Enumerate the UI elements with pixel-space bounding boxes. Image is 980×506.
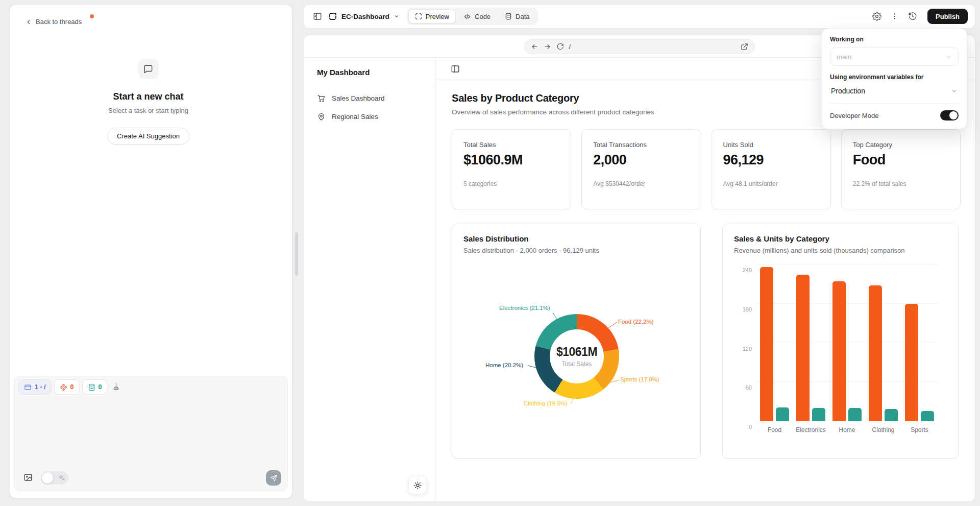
shopping-cart-icon bbox=[317, 94, 326, 103]
kebab-menu-icon bbox=[891, 12, 899, 20]
stat-label: Units Sold bbox=[723, 141, 819, 149]
bar-group-sports bbox=[901, 264, 938, 421]
bar-group-home bbox=[829, 264, 865, 421]
stat-label: Top Category bbox=[853, 141, 949, 149]
env-vars-label: Using environment variables for bbox=[830, 74, 959, 81]
bar bbox=[921, 411, 934, 421]
back-to-threads-link[interactable]: Back to threads bbox=[25, 18, 82, 26]
stats-grid: Total Sales $1060.9M 5 categories Total … bbox=[452, 129, 961, 209]
bar bbox=[848, 408, 862, 421]
chart-subtitle: Revenue (millions) and units sold (thous… bbox=[734, 247, 947, 254]
chevron-down-icon bbox=[945, 54, 952, 60]
url-path[interactable]: / bbox=[569, 43, 736, 51]
dashboard-sidebar-title: My Dashboard bbox=[317, 68, 422, 77]
y-axis-tick: 180 bbox=[743, 306, 752, 312]
stat-card-units-sold: Units Sold 96,129 Avg 48.1 units/order bbox=[712, 129, 831, 209]
developer-mode-label: Developer Mode bbox=[830, 112, 878, 119]
sidebar-item-regional-sales[interactable]: Regional Sales bbox=[317, 110, 422, 123]
stat-card-total-transactions: Total Transactions 2,000 Avg $530442/ord… bbox=[581, 129, 701, 209]
bar-plot: 060120180240 bbox=[756, 264, 938, 421]
bar bbox=[832, 281, 846, 421]
chat-input-area[interactable]: 1 - / 0 0 bbox=[14, 376, 288, 491]
x-axis-label: Electronics bbox=[793, 426, 829, 433]
pages-chip[interactable]: 1 - / bbox=[18, 379, 52, 395]
bar-chart: 060120180240 FoodElectronicsHomeClothing… bbox=[734, 264, 947, 433]
stat-card-total-sales: Total Sales $1060.9M 5 categories bbox=[452, 129, 571, 209]
history-icon bbox=[908, 12, 917, 21]
paper-plane-icon bbox=[270, 474, 278, 482]
stat-note: 5 categories bbox=[463, 180, 559, 187]
x-axis-label: Home bbox=[829, 426, 865, 433]
components-chip[interactable]: 0 bbox=[54, 379, 80, 395]
create-ai-suggestion-button[interactable]: Create AI Suggestion bbox=[107, 128, 189, 144]
environment-select[interactable]: Production bbox=[830, 85, 959, 97]
data-chip[interactable]: 0 bbox=[82, 379, 108, 395]
chevron-down-icon bbox=[394, 13, 400, 19]
chat-bubble-icon bbox=[138, 59, 159, 79]
donut-label-food: Food (22.2%) bbox=[618, 319, 654, 325]
ai-mode-toggle[interactable] bbox=[41, 471, 68, 485]
x-axis-label: Sports bbox=[901, 426, 938, 433]
stat-note: Avg 48.1 units/order bbox=[723, 180, 819, 187]
panel-left-icon bbox=[451, 64, 460, 74]
bar bbox=[905, 304, 918, 421]
theme-toggle-button[interactable] bbox=[408, 476, 427, 494]
tab-data[interactable]: Data bbox=[498, 9, 536, 23]
chat-scrollbar-thumb[interactable] bbox=[295, 232, 298, 276]
url-bar[interactable]: / bbox=[524, 39, 755, 54]
publish-button[interactable]: Publish bbox=[927, 9, 968, 24]
components-chip-count: 0 bbox=[70, 383, 74, 391]
stat-note: 22.2% of total sales bbox=[853, 180, 949, 187]
bar bbox=[796, 275, 810, 421]
pages-chip-label: 1 - / bbox=[35, 383, 46, 391]
browser-window-icon bbox=[24, 383, 32, 391]
tab-preview[interactable]: Preview bbox=[408, 9, 456, 23]
bar bbox=[776, 407, 789, 421]
collapse-sidebar-button[interactable] bbox=[311, 10, 324, 23]
more-options-button[interactable] bbox=[889, 10, 901, 22]
tab-preview-label: Preview bbox=[426, 13, 449, 20]
sidebar-item-sales-dashboard[interactable]: Sales Dashboard bbox=[317, 92, 422, 104]
bar bbox=[812, 408, 825, 421]
donut-label-electronics: Electronics (21.1%) bbox=[499, 305, 550, 311]
chart-subtitle: Sales distribution · 2,000 orders · 96,1… bbox=[463, 247, 689, 254]
developer-mode-toggle[interactable] bbox=[940, 110, 959, 121]
stat-value: Food bbox=[853, 152, 949, 168]
dashboard-sidebar: My Dashboard Sales Dashboard Regional Sa… bbox=[304, 58, 435, 501]
components-icon bbox=[60, 383, 67, 391]
attach-image-button[interactable] bbox=[21, 471, 35, 486]
settings-button[interactable] bbox=[870, 10, 884, 23]
branch-select-value: main bbox=[837, 53, 851, 61]
scan-icon bbox=[415, 13, 422, 20]
open-external-icon[interactable] bbox=[741, 43, 748, 51]
stat-value: 96,129 bbox=[723, 152, 819, 168]
stat-label: Total Transactions bbox=[593, 141, 689, 149]
branch-select[interactable]: main bbox=[830, 47, 959, 66]
chevron-down-icon bbox=[951, 88, 958, 94]
history-button[interactable] bbox=[906, 10, 919, 23]
stat-value: 2,000 bbox=[593, 152, 689, 168]
stat-value: $1060.9M bbox=[463, 152, 559, 168]
donut-center-label: Total Sales bbox=[562, 360, 592, 368]
working-on-label: Working on bbox=[830, 36, 959, 43]
tab-data-label: Data bbox=[516, 13, 529, 20]
tab-code[interactable]: Code bbox=[457, 9, 497, 23]
donut-center-value: $1061M bbox=[556, 345, 597, 359]
database-icon bbox=[88, 383, 95, 391]
send-button[interactable] bbox=[266, 470, 281, 486]
sidebar-item-label: Sales Dashboard bbox=[332, 94, 385, 102]
nav-forward-icon[interactable] bbox=[544, 43, 551, 51]
donut-label-sports: Sports (17.0%) bbox=[620, 376, 659, 382]
donut-chart: $1061M Total Sales Food (22.2%) Sports (… bbox=[463, 261, 689, 435]
project-menu-button[interactable]: EC-Dashboard bbox=[328, 12, 400, 21]
sun-icon bbox=[413, 481, 422, 490]
refresh-icon[interactable] bbox=[556, 43, 564, 51]
bar-x-labels: FoodElectronicsHomeClothingSports bbox=[756, 426, 938, 433]
x-axis-label: Clothing bbox=[865, 426, 901, 433]
bar-group-food bbox=[756, 264, 793, 421]
nav-back-icon[interactable] bbox=[531, 43, 538, 51]
toggle-preview-sidebar-button[interactable] bbox=[449, 62, 462, 76]
panel-left-collapse-icon bbox=[313, 12, 322, 21]
chat-empty-title: Start a new chat bbox=[10, 91, 287, 102]
cleanup-button[interactable] bbox=[110, 380, 122, 394]
